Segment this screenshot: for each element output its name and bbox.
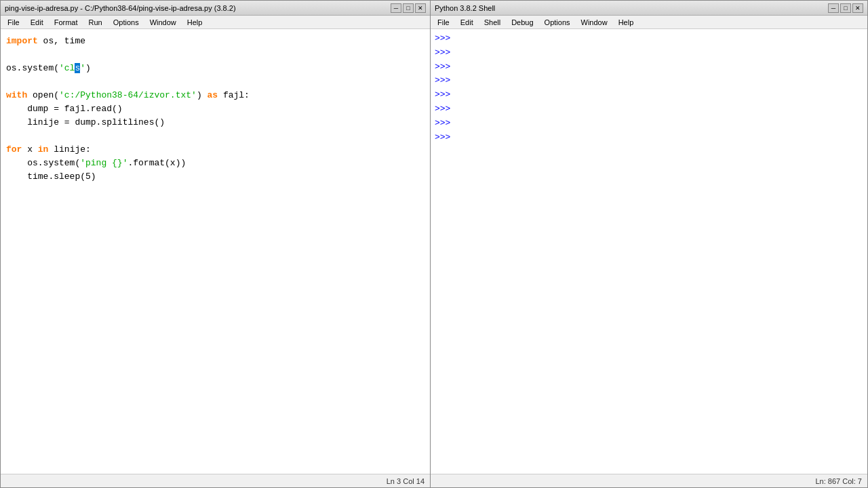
shell-status-bar: Ln: 867 Col: 7 <box>431 474 867 487</box>
editor-menu-window[interactable]: Window <box>146 18 180 27</box>
shell-line-6: >>> <box>435 102 863 117</box>
shell-maximize-button[interactable]: □ <box>840 3 851 13</box>
shell-menu-shell[interactable]: Shell <box>480 18 505 27</box>
shell-prompt-3: >>> <box>435 60 456 75</box>
shell-title: Python 3.8.2 Shell <box>435 4 495 12</box>
editor-maximize-button[interactable]: □ <box>403 3 414 13</box>
code-line-3: os.system('cls') <box>6 62 425 75</box>
code-line-5: with open('c:/Python38-64/izvor.txt') as… <box>6 89 425 102</box>
shell-close-button[interactable]: ✕ <box>852 3 863 13</box>
editor-menu-options[interactable]: Options <box>109 18 143 27</box>
code-editor[interactable]: import os, time os.system('cls') with op… <box>1 29 430 474</box>
editor-menu-format[interactable]: Format <box>50 18 82 27</box>
editor-menu-help[interactable]: Help <box>183 18 207 27</box>
editor-window: ping-vise-ip-adresa.py - C:/Python38-64/… <box>0 0 431 488</box>
shell-line-7: >>> <box>435 117 863 131</box>
shell-menu-help[interactable]: Help <box>614 18 638 27</box>
shell-prompt-2: >>> <box>435 46 456 60</box>
editor-menu-edit[interactable]: Edit <box>26 18 47 27</box>
shell-prompt-4: >>> <box>435 74 456 88</box>
editor-position: Ln 3 Col 14 <box>387 477 425 485</box>
shell-line-2: >>> <box>435 46 863 60</box>
right-panel: Python 3.8.2 Shell ─ □ ✕ File Edit Shell… <box>431 0 868 488</box>
code-line-11: time.sleep(5) <box>6 170 425 184</box>
code-line-6: dump = fajl.read() <box>6 102 425 116</box>
code-line-2 <box>6 48 425 62</box>
shell-prompt-6: >>> <box>435 102 456 117</box>
shell-menu-file[interactable]: File <box>433 18 454 27</box>
shell-position: Ln: 867 Col: 7 <box>816 477 863 485</box>
editor-status-bar: Ln 3 Col 14 <box>1 474 430 487</box>
code-line-10: os.system('ping {}'.format(x)) <box>6 157 425 170</box>
shell-line-1: >>> <box>435 32 863 46</box>
shell-menu-debug[interactable]: Debug <box>507 18 537 27</box>
shell-menu-bar: File Edit Shell Debug Options Window Hel… <box>431 16 867 29</box>
editor-window-controls: ─ □ ✕ <box>391 3 426 13</box>
editor-minimize-button[interactable]: ─ <box>391 3 401 13</box>
shell-line-8: >>> <box>435 131 863 145</box>
shell-menu-edit[interactable]: Edit <box>456 18 477 27</box>
editor-menu-bar: File Edit Format Run Options Window Help <box>1 16 430 29</box>
code-line-1: import os, time <box>6 35 425 48</box>
shell-prompt-8: >>> <box>435 131 456 145</box>
shell-output-area[interactable]: >>> >>> >>> >>> >>> >>> <box>431 29 867 474</box>
editor-menu-file[interactable]: File <box>3 18 24 27</box>
shell-window: Python 3.8.2 Shell ─ □ ✕ File Edit Shell… <box>431 0 868 488</box>
code-line-8 <box>6 129 425 143</box>
code-line-9: for x in linije: <box>6 143 425 157</box>
shell-menu-window[interactable]: Window <box>577 18 612 27</box>
shell-line-3: >>> <box>435 60 863 75</box>
editor-title-bar: ping-vise-ip-adresa.py - C:/Python38-64/… <box>1 1 430 16</box>
shell-prompt-5: >>> <box>435 88 456 102</box>
shell-title-bar: Python 3.8.2 Shell ─ □ ✕ <box>431 1 867 16</box>
shell-line-5: >>> <box>435 88 863 102</box>
editor-menu-run[interactable]: Run <box>85 18 106 27</box>
shell-prompt-7: >>> <box>435 117 456 131</box>
code-line-7: linije = dump.splitlines() <box>6 116 425 129</box>
code-line-4 <box>6 75 425 89</box>
shell-menu-options[interactable]: Options <box>540 18 574 27</box>
shell-prompt-1: >>> <box>435 32 456 46</box>
shell-window-controls: ─ □ ✕ <box>828 3 863 13</box>
shell-minimize-button[interactable]: ─ <box>828 3 839 13</box>
shell-line-4: >>> <box>435 74 863 88</box>
editor-close-button[interactable]: ✕ <box>415 3 426 13</box>
editor-title: ping-vise-ip-adresa.py - C:/Python38-64/… <box>5 4 236 12</box>
